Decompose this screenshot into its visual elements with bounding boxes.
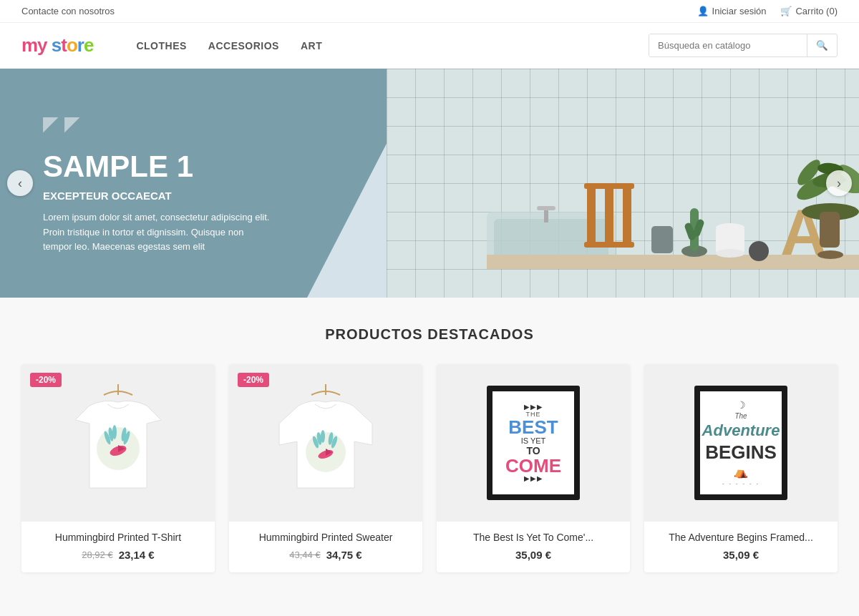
svg-rect-6 [605, 183, 613, 248]
product-info-3: The Best Is Yet To Come'... 35,09 € [437, 522, 630, 572]
svg-rect-5 [587, 183, 596, 248]
hero-right-panel: A [387, 69, 859, 298]
nav-art[interactable]: ART [301, 40, 322, 52]
svg-rect-3 [537, 206, 555, 210]
discount-badge-1: -20% [30, 373, 62, 387]
price-old-1: 28,92 € [82, 549, 112, 560]
contact-label: Contacte con nosotros [21, 6, 115, 16]
svg-rect-9 [584, 242, 634, 248]
hero-carousel: ◤ ◤ SAMPLE 1 EXCEPTEUR OCCAECAT Lorem ip… [0, 69, 859, 298]
frame-inner-best: ▶▶▶ THE BEST IS YET TO COME ▶▶▶ [492, 391, 574, 494]
search-icon: 🔍 [816, 40, 828, 51]
adventure-inner: ☽ The Adventure BEGINS ⛺ - - - - - - [700, 391, 782, 494]
search-bar: 🔍 [649, 34, 838, 57]
logo-s: s [52, 34, 61, 56]
product-card-2[interactable]: -20% [229, 364, 422, 572]
products-section: PRODUCTOS DESTACADOS -20% [0, 298, 859, 601]
product-name-3: The Best Is Yet To Come'... [447, 532, 620, 543]
svg-rect-21 [820, 212, 840, 248]
product-name-2: Hummingbird Printed Sweater [239, 532, 412, 543]
product-image-1: -20% [21, 364, 215, 522]
product-name-4: The Adventure Begins Framed... [654, 532, 828, 543]
user-icon: 👤 [697, 6, 709, 16]
price-only-3: 35,09 € [515, 549, 551, 561]
carousel-prev-button[interactable]: ‹ [7, 170, 33, 196]
hero-inner: ◤ ◤ SAMPLE 1 EXCEPTEUR OCCAECAT Lorem ip… [0, 69, 859, 298]
hero-subtitle: EXCEPTEUR OCCAECAT [43, 190, 430, 202]
svg-point-17 [716, 249, 744, 258]
sweater-svg [276, 381, 376, 506]
main-nav: CLOTHES ACCESORIOS ART [136, 40, 322, 52]
nav-accesorios[interactable]: ACCESORIOS [208, 40, 279, 52]
price-only-4: 35,09 € [723, 549, 759, 561]
product-prices-1: 28,92 € 23,14 € [31, 549, 205, 561]
svg-point-35 [112, 425, 117, 439]
hero-scene-svg: A [487, 69, 859, 298]
top-bar-right: 👤 Iniciar sesión 🛒 Carrito (0) [697, 6, 838, 16]
logo-my: my [21, 34, 47, 56]
frame-best: ▶▶▶ THE BEST IS YET TO COME ▶▶▶ [487, 386, 580, 500]
header: my store CLOTHES ACCESORIOS ART 🔍 [0, 23, 859, 69]
product-prices-3: 35,09 € [447, 549, 620, 561]
product-info-2: Hummingbird Printed Sweater 43,44 € 34,7… [229, 522, 422, 572]
hero-text: Lorem ipsum dolor sit amet, consectetur … [43, 210, 272, 255]
product-image-4: ☽ The Adventure BEGINS ⛺ - - - - - - [644, 364, 838, 522]
hero-icon: ◤ ◤ [43, 112, 430, 135]
svg-point-22 [817, 250, 843, 259]
price-old-2: 43,44 € [289, 549, 320, 560]
chevron-left-icon: ‹ [18, 176, 22, 191]
tshirt-short-svg [68, 381, 168, 506]
product-image-3: ▶▶▶ THE BEST IS YET TO COME ▶▶▶ [437, 364, 630, 522]
search-input[interactable] [649, 34, 807, 57]
login-link[interactable]: 👤 Iniciar sesión [697, 6, 767, 16]
product-prices-2: 43,44 € 34,75 € [239, 549, 412, 561]
logo[interactable]: my store [21, 34, 93, 57]
product-card-4[interactable]: ☽ The Adventure BEGINS ⛺ - - - - - - The… [644, 364, 838, 572]
hero-title: SAMPLE 1 [43, 150, 430, 184]
search-button[interactable]: 🔍 [807, 34, 837, 57]
svg-rect-7 [623, 183, 631, 248]
section-title: PRODUCTOS DESTACADOS [21, 326, 838, 343]
price-new-1: 23,14 € [119, 549, 155, 561]
frame-adventure: ☽ The Adventure BEGINS ⛺ - - - - - - [694, 386, 787, 500]
chevron-right-icon: › [837, 176, 841, 191]
discount-badge-2: -20% [238, 373, 269, 387]
carousel-next-button[interactable]: › [826, 170, 852, 196]
product-prices-4: 35,09 € [654, 549, 828, 561]
product-info-1: Hummingbird Printed T-Shirt 28,92 € 23,1… [21, 522, 215, 572]
product-card-3[interactable]: ▶▶▶ THE BEST IS YET TO COME ▶▶▶ The Best… [437, 364, 630, 572]
nav-clothes[interactable]: CLOTHES [136, 40, 186, 52]
svg-rect-10 [651, 226, 673, 253]
svg-point-18 [749, 241, 769, 261]
price-new-2: 34,75 € [326, 549, 362, 561]
cart-link[interactable]: 🛒 Carrito (0) [780, 6, 838, 16]
product-name-1: Hummingbird Printed T-Shirt [31, 532, 205, 543]
product-card-1[interactable]: -20% [21, 364, 215, 572]
product-image-2: -20% [229, 364, 422, 522]
svg-rect-8 [584, 183, 634, 189]
svg-point-44 [321, 430, 325, 443]
top-bar: Contacte con nosotros 👤 Iniciar sesión 🛒… [0, 0, 859, 23]
products-grid: -20% [21, 364, 838, 572]
cart-icon: 🛒 [780, 6, 792, 16]
product-info-4: The Adventure Begins Framed... 35,09 € [644, 522, 838, 572]
